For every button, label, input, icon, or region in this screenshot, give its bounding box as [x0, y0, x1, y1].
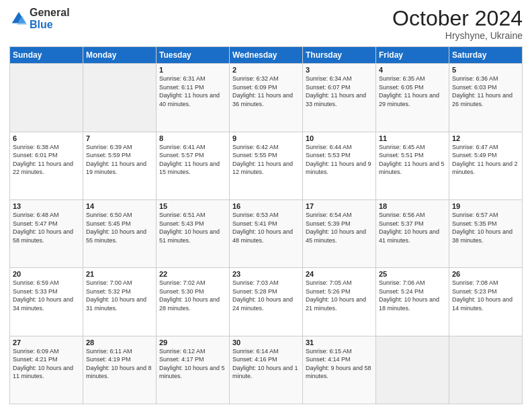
calendar-week-row-2: 13Sunrise: 6:48 AM Sunset: 5:47 PM Dayli…	[10, 199, 523, 267]
calendar-cell: 6Sunrise: 6:38 AM Sunset: 6:01 PM Daylig…	[10, 132, 83, 199]
day-number: 27	[13, 338, 80, 347]
day-number: 21	[86, 270, 153, 278]
calendar-cell: 9Sunrise: 6:42 AM Sunset: 5:55 PM Daylig…	[230, 132, 303, 199]
calendar-cell: 11Sunrise: 6:45 AM Sunset: 5:51 PM Dayli…	[376, 132, 449, 199]
calendar-cell: 26Sunrise: 7:08 AM Sunset: 5:23 PM Dayli…	[449, 268, 523, 336]
day-number: 25	[379, 270, 446, 278]
day-number: 26	[452, 270, 519, 278]
day-number: 29	[159, 338, 226, 347]
calendar-cell: 20Sunrise: 6:59 AM Sunset: 5:33 PM Dayli…	[10, 268, 83, 336]
calendar-cell: 21Sunrise: 7:00 AM Sunset: 5:32 PM Dayli…	[83, 268, 157, 336]
calendar-cell: 1Sunrise: 6:31 AM Sunset: 6:11 PM Daylig…	[157, 64, 230, 132]
col-sunday: Sunday	[10, 47, 83, 64]
day-info: Sunrise: 6:48 AM Sunset: 5:47 PM Dayligh…	[13, 211, 80, 244]
subtitle: Hryshyne, Ukraine	[392, 30, 523, 41]
calendar-week-row-1: 6Sunrise: 6:38 AM Sunset: 6:01 PM Daylig…	[10, 132, 523, 199]
day-info: Sunrise: 7:00 AM Sunset: 5:32 PM Dayligh…	[86, 279, 153, 312]
page: General Blue October 2024 Hryshyne, Ukra…	[0, 0, 532, 411]
calendar-header-row: Sunday Monday Tuesday Wednesday Thursday…	[10, 47, 523, 64]
day-number: 30	[232, 338, 300, 347]
day-number: 13	[13, 202, 80, 210]
calendar-cell: 5Sunrise: 6:36 AM Sunset: 6:03 PM Daylig…	[449, 64, 523, 132]
col-friday: Friday	[376, 47, 449, 64]
day-info: Sunrise: 6:14 AM Sunset: 4:16 PM Dayligh…	[232, 347, 300, 381]
day-info: Sunrise: 6:50 AM Sunset: 5:45 PM Dayligh…	[86, 211, 153, 244]
calendar-cell: 7Sunrise: 6:39 AM Sunset: 5:59 PM Daylig…	[83, 132, 157, 199]
calendar-cell: 2Sunrise: 6:32 AM Sunset: 6:09 PM Daylig…	[230, 64, 303, 132]
day-info: Sunrise: 6:38 AM Sunset: 6:01 PM Dayligh…	[13, 143, 80, 177]
col-thursday: Thursday	[303, 47, 376, 64]
day-number: 11	[379, 134, 446, 142]
day-info: Sunrise: 6:47 AM Sunset: 5:49 PM Dayligh…	[452, 143, 519, 177]
title-area: October 2024 Hryshyne, Ukraine	[392, 7, 523, 41]
day-number: 19	[452, 202, 519, 210]
calendar-cell: 22Sunrise: 7:02 AM Sunset: 5:30 PM Dayli…	[157, 268, 230, 336]
day-info: Sunrise: 6:15 AM Sunset: 4:14 PM Dayligh…	[306, 347, 373, 381]
logo: General Blue	[9, 7, 70, 30]
calendar-cell: 3Sunrise: 6:34 AM Sunset: 6:07 PM Daylig…	[303, 64, 376, 132]
col-tuesday: Tuesday	[157, 47, 230, 64]
calendar-cell: 18Sunrise: 6:56 AM Sunset: 5:37 PM Dayli…	[376, 199, 449, 267]
day-number: 4	[379, 66, 446, 74]
calendar-cell: 8Sunrise: 6:41 AM Sunset: 5:57 PM Daylig…	[157, 132, 230, 199]
col-saturday: Saturday	[449, 47, 523, 64]
header: General Blue October 2024 Hryshyne, Ukra…	[9, 7, 523, 41]
calendar-cell: 13Sunrise: 6:48 AM Sunset: 5:47 PM Dayli…	[10, 199, 83, 267]
day-number: 15	[159, 202, 226, 210]
day-info: Sunrise: 6:44 AM Sunset: 5:53 PM Dayligh…	[306, 143, 373, 177]
day-number: 16	[232, 202, 300, 210]
day-number: 17	[306, 202, 373, 210]
calendar-week-row-3: 20Sunrise: 6:59 AM Sunset: 5:33 PM Dayli…	[10, 268, 523, 336]
calendar-cell	[449, 336, 523, 404]
day-info: Sunrise: 7:03 AM Sunset: 5:28 PM Dayligh…	[232, 279, 300, 312]
col-wednesday: Wednesday	[230, 47, 303, 64]
calendar-cell: 17Sunrise: 6:54 AM Sunset: 5:39 PM Dayli…	[303, 199, 376, 267]
day-number: 28	[86, 338, 153, 347]
day-info: Sunrise: 6:36 AM Sunset: 6:03 PM Dayligh…	[452, 75, 519, 108]
calendar-cell: 12Sunrise: 6:47 AM Sunset: 5:49 PM Dayli…	[449, 132, 523, 199]
day-number: 5	[452, 66, 519, 74]
calendar-cell: 29Sunrise: 6:12 AM Sunset: 4:17 PM Dayli…	[157, 336, 230, 404]
day-number: 3	[306, 66, 373, 74]
day-number: 18	[379, 202, 446, 210]
day-info: Sunrise: 7:05 AM Sunset: 5:26 PM Dayligh…	[306, 279, 373, 312]
day-info: Sunrise: 6:56 AM Sunset: 5:37 PM Dayligh…	[379, 211, 446, 244]
day-number: 9	[232, 134, 300, 142]
day-number: 31	[306, 338, 373, 347]
calendar-cell: 23Sunrise: 7:03 AM Sunset: 5:28 PM Dayli…	[230, 268, 303, 336]
calendar-cell: 24Sunrise: 7:05 AM Sunset: 5:26 PM Dayli…	[303, 268, 376, 336]
day-info: Sunrise: 6:12 AM Sunset: 4:17 PM Dayligh…	[159, 347, 226, 381]
calendar-cell: 15Sunrise: 6:51 AM Sunset: 5:43 PM Dayli…	[157, 199, 230, 267]
day-info: Sunrise: 6:59 AM Sunset: 5:33 PM Dayligh…	[13, 279, 80, 312]
calendar-cell: 31Sunrise: 6:15 AM Sunset: 4:14 PM Dayli…	[303, 336, 376, 404]
day-info: Sunrise: 6:11 AM Sunset: 4:19 PM Dayligh…	[86, 347, 153, 381]
logo-blue: Blue	[30, 19, 70, 31]
day-number: 24	[306, 270, 373, 278]
day-info: Sunrise: 7:02 AM Sunset: 5:30 PM Dayligh…	[159, 279, 226, 312]
day-info: Sunrise: 7:08 AM Sunset: 5:23 PM Dayligh…	[452, 279, 519, 312]
calendar-week-row-4: 27Sunrise: 6:09 AM Sunset: 4:21 PM Dayli…	[10, 336, 523, 404]
day-info: Sunrise: 6:32 AM Sunset: 6:09 PM Dayligh…	[232, 75, 300, 108]
day-number: 2	[232, 66, 300, 74]
calendar-cell: 28Sunrise: 6:11 AM Sunset: 4:19 PM Dayli…	[83, 336, 157, 404]
day-info: Sunrise: 6:42 AM Sunset: 5:55 PM Dayligh…	[232, 143, 300, 177]
day-info: Sunrise: 6:57 AM Sunset: 5:35 PM Dayligh…	[452, 211, 519, 244]
logo-text: General Blue	[30, 7, 70, 30]
day-info: Sunrise: 6:39 AM Sunset: 5:59 PM Dayligh…	[86, 143, 153, 177]
day-info: Sunrise: 7:06 AM Sunset: 5:24 PM Dayligh…	[379, 279, 446, 312]
day-info: Sunrise: 6:35 AM Sunset: 6:05 PM Dayligh…	[379, 75, 446, 108]
logo-icon	[9, 9, 28, 28]
calendar-cell: 25Sunrise: 7:06 AM Sunset: 5:24 PM Dayli…	[376, 268, 449, 336]
calendar-cell: 27Sunrise: 6:09 AM Sunset: 4:21 PM Dayli…	[10, 336, 83, 404]
calendar-cell	[83, 64, 157, 132]
day-number: 10	[306, 134, 373, 142]
day-info: Sunrise: 6:54 AM Sunset: 5:39 PM Dayligh…	[306, 211, 373, 244]
calendar-cell: 10Sunrise: 6:44 AM Sunset: 5:53 PM Dayli…	[303, 132, 376, 199]
calendar-cell: 14Sunrise: 6:50 AM Sunset: 5:45 PM Dayli…	[83, 199, 157, 267]
day-number: 22	[159, 270, 226, 278]
day-number: 1	[159, 66, 226, 74]
day-number: 14	[86, 202, 153, 210]
calendar-cell: 16Sunrise: 6:53 AM Sunset: 5:41 PM Dayli…	[230, 199, 303, 267]
day-info: Sunrise: 6:45 AM Sunset: 5:51 PM Dayligh…	[379, 143, 446, 177]
day-info: Sunrise: 6:41 AM Sunset: 5:57 PM Dayligh…	[159, 143, 226, 177]
